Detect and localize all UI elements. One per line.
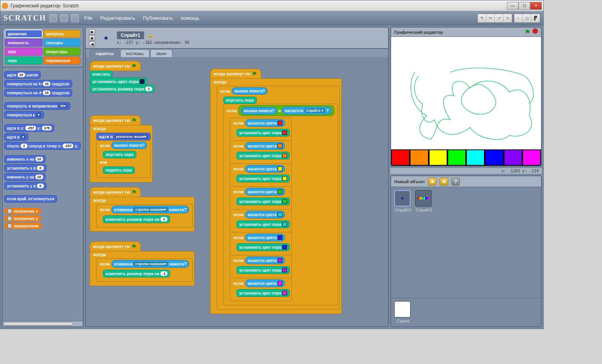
- set-pen-color-block[interactable]: установить цвет пера: [90, 78, 147, 85]
- paint-new-sprite-button[interactable]: ★: [428, 178, 437, 185]
- motion-block[interactable]: изменить x на 10: [4, 155, 46, 163]
- if-block[interactable]: если мышка нажата? и касаетсяСпрайт2 ▾? …: [223, 104, 338, 305]
- pen-down-block[interactable]: опустить перо: [223, 97, 257, 104]
- if-block[interactable]: есликлавишастрелка направо▾нажата? измен…: [96, 204, 193, 227]
- globe-icon[interactable]: [49, 14, 57, 22]
- hat-block[interactable]: когда щелкнут по⚑: [90, 187, 141, 197]
- set-pen-size-block[interactable]: установить размер пера1: [90, 85, 155, 93]
- small-stage-button[interactable]: ▫: [514, 14, 523, 23]
- green-flag-button[interactable]: ⚑: [525, 28, 530, 36]
- pen-up-block[interactable]: поднять перо: [103, 166, 135, 174]
- motion-block[interactable]: идти в x: -237 y: 178: [4, 124, 54, 132]
- if-block[interactable]: если касается цвета установить цвет пера: [230, 255, 292, 278]
- palette-swatch[interactable]: [466, 149, 485, 166]
- if-block[interactable]: если касается цвета установить цвет пера: [230, 186, 292, 210]
- motion-block[interactable]: если край, оттолкнуться: [4, 195, 57, 203]
- tab-звуки[interactable]: звуки: [150, 49, 172, 57]
- stage-canvas[interactable]: [391, 37, 541, 149]
- if-block[interactable]: если касается цвета установить цвет пера: [230, 278, 292, 301]
- palette-scrollbar[interactable]: [3, 321, 83, 326]
- and-block[interactable]: мышка нажата? и касаетсяСпрайт2 ▾?: [238, 105, 334, 116]
- minimize-button[interactable]: —: [507, 2, 518, 10]
- palette-swatch[interactable]: [429, 149, 447, 166]
- category-контроль[interactable]: контроль: [43, 30, 81, 38]
- motion-block[interactable]: установить x в 0: [4, 164, 47, 172]
- key-pressed-block[interactable]: клавишастрелка направо▾нажата?: [111, 260, 190, 268]
- motion-block[interactable]: повернуться на ↺ 15 градусов: [4, 89, 72, 97]
- set-pen-color-block[interactable]: установить цвет пера: [237, 175, 290, 182]
- touching-block[interactable]: касаетсяСпрайт2 ▾?: [282, 107, 331, 114]
- choose-sprite-button[interactable]: ★: [440, 178, 448, 185]
- motion-block[interactable]: плыть 1 секунд в точку x: -237 y:: [4, 142, 81, 150]
- if-block[interactable]: если касается цвета установить цвет пера: [230, 163, 292, 187]
- set-pen-color-block[interactable]: установить цвет пера: [237, 198, 290, 205]
- touching-color-block[interactable]: касается цвета: [245, 279, 285, 287]
- menu-publish[interactable]: Публиковать: [141, 14, 175, 23]
- menu-edit[interactable]: Редактировать: [98, 14, 137, 23]
- if-block[interactable]: если касается цвета установить цвет пера: [230, 118, 292, 141]
- if-block[interactable]: если касается цвета установить цвет пера: [230, 232, 292, 255]
- cut-tool[interactable]: ✂: [486, 14, 495, 23]
- category-переменные[interactable]: переменные: [43, 57, 81, 64]
- sensing-block[interactable]: мышка нажата?: [232, 87, 268, 95]
- variable-reporter[interactable]: направление: [4, 223, 42, 229]
- category-внешность[interactable]: внешность: [5, 39, 42, 47]
- tab-костюмы[interactable]: костюмы: [120, 49, 150, 57]
- surprise-sprite-button[interactable]: ?: [451, 178, 460, 185]
- normal-stage-button[interactable]: ◻: [523, 14, 531, 23]
- stamp-tool[interactable]: ✎: [478, 14, 486, 23]
- touching-color-block[interactable]: касается цвета: [245, 188, 285, 196]
- change-pen-size-block[interactable]: изменить размер пера на-1: [103, 270, 170, 277]
- open-icon[interactable]: [71, 14, 79, 22]
- sprite-item[interactable]: Спрайт2: [415, 190, 433, 212]
- touching-color-block[interactable]: касается цвета: [245, 119, 285, 127]
- save-icon[interactable]: [60, 14, 68, 22]
- category-движение[interactable]: движение: [5, 30, 42, 38]
- category-сенсоры[interactable]: сенсоры: [43, 39, 81, 47]
- if-block[interactable]: есликлавишастрелка направо▾нажата? измен…: [96, 258, 193, 282]
- touching-color-block[interactable]: касается цвета: [245, 165, 285, 173]
- variable-reporter[interactable]: положение y: [4, 215, 41, 222]
- set-pen-color-block[interactable]: установить цвет пера: [237, 289, 290, 297]
- touching-color-block[interactable]: касается цвета: [245, 234, 285, 241]
- sprite-name[interactable]: Спрайт1: [117, 31, 144, 39]
- touching-color-block[interactable]: касается цвета: [245, 142, 285, 150]
- goto-block[interactable]: идти вуказатель мыши▾: [96, 133, 151, 140]
- if-block[interactable]: если касается цвета установить цвет пера: [230, 140, 292, 164]
- hat-block[interactable]: когда щелкнут по⚑: [90, 115, 141, 125]
- sensing-block[interactable]: мышка нажата?: [111, 142, 148, 149]
- hat-block[interactable]: когда щелкнут по⚑: [90, 241, 141, 251]
- sensing-block[interactable]: мышка нажата?: [241, 107, 277, 114]
- hat-block[interactable]: когда щелкнут по⚑: [90, 61, 141, 71]
- palette-swatch[interactable]: [504, 149, 522, 166]
- menu-file[interactable]: File: [82, 14, 95, 23]
- variable-reporter[interactable]: положение x: [4, 208, 41, 214]
- palette-swatch[interactable]: [410, 149, 428, 166]
- menu-help[interactable]: помощь: [178, 14, 202, 23]
- stop-button[interactable]: [532, 28, 538, 34]
- set-pen-color-block[interactable]: установить цвет пера: [237, 152, 290, 159]
- forever-block[interactable]: всегда идти вуказатель мыши▾ еслимышка н…: [90, 125, 153, 182]
- key-pressed-block[interactable]: клавишастрелка направо▾нажата?: [111, 206, 190, 213]
- close-button[interactable]: ✕: [530, 2, 542, 10]
- zoom-out-button[interactable]: ◉: [89, 35, 95, 41]
- category-перо[interactable]: перо: [5, 57, 42, 64]
- change-pen-size-block[interactable]: изменить размер пера на1: [103, 215, 170, 223]
- maximize-button[interactable]: ☐: [518, 2, 530, 10]
- palette-swatch[interactable]: [391, 149, 410, 166]
- clear-block[interactable]: очистить: [90, 71, 113, 78]
- forever-block[interactable]: всегда есликлавишастрелка направо▾нажата…: [90, 251, 195, 286]
- stage-thumbnail[interactable]: Сцена: [394, 301, 412, 323]
- palette-swatch[interactable]: [485, 149, 503, 166]
- motion-block[interactable]: изменить y на 10: [4, 173, 46, 181]
- pen-down-block[interactable]: опустить перо: [103, 151, 136, 158]
- grow-tool[interactable]: ⤢: [495, 14, 503, 23]
- motion-block[interactable]: идти 10 шагов: [4, 71, 41, 79]
- zoom-in-button[interactable]: ▶: [89, 29, 95, 35]
- touching-color-block[interactable]: касается цвета: [245, 211, 285, 218]
- if-block[interactable]: если касается цвета установить цвет пера: [230, 209, 292, 232]
- lock-icon[interactable]: 🔒: [148, 33, 153, 38]
- script-area[interactable]: когда щелкнут по⚑ очистить установить цв…: [86, 57, 388, 326]
- set-pen-color-block[interactable]: установить цвет пера: [237, 129, 290, 137]
- motion-block[interactable]: повернуться на ↻ 15 градусов: [4, 80, 72, 88]
